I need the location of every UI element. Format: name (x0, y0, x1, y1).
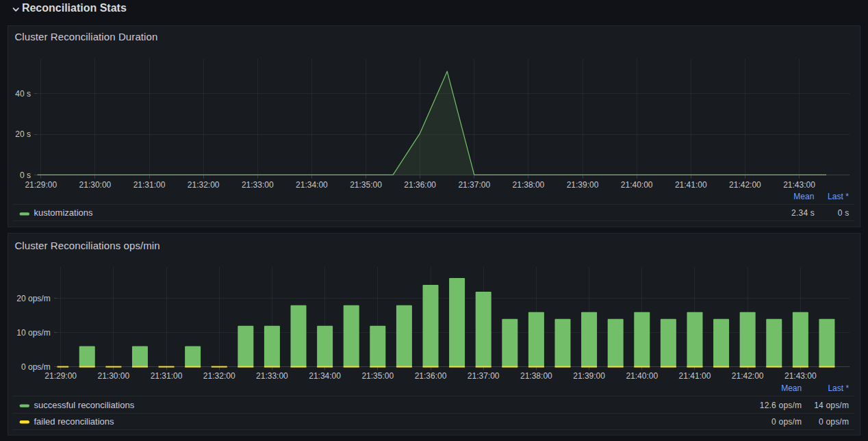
svg-text:21:34:00: 21:34:00 (296, 180, 328, 190)
svg-text:21:30:00: 21:30:00 (79, 180, 112, 190)
svg-text:20 s: 20 s (15, 129, 31, 139)
svg-text:kustomizations: kustomizations (34, 207, 93, 218)
svg-text:failed reconciliations: failed reconciliations (34, 416, 115, 427)
svg-text:21:31:00: 21:31:00 (133, 180, 166, 190)
svg-text:21:42:00: 21:42:00 (729, 180, 761, 190)
svg-text:0 ops/m: 0 ops/m (21, 362, 51, 372)
svg-text:20 ops/m: 20 ops/m (16, 294, 50, 303)
svg-text:Reconciliation Stats: Reconciliation Stats (22, 2, 127, 14)
svg-text:12.6 ops/m: 12.6 ops/m (760, 401, 802, 410)
svg-text:0 ops/m: 0 ops/m (819, 417, 849, 427)
svg-text:Last *: Last * (828, 192, 849, 201)
svg-text:21:37:00: 21:37:00 (458, 180, 490, 190)
svg-text:21:40:00: 21:40:00 (621, 180, 653, 190)
svg-text:21:35:00: 21:35:00 (361, 371, 394, 381)
svg-text:21:43:00: 21:43:00 (784, 371, 817, 381)
svg-text:14 ops/m: 14 ops/m (814, 401, 849, 410)
svg-text:21:35:00: 21:35:00 (350, 180, 382, 190)
svg-text:21:39:00: 21:39:00 (573, 371, 605, 381)
svg-text:0 ops/m: 0 ops/m (771, 417, 802, 427)
svg-text:21:42:00: 21:42:00 (732, 371, 764, 381)
svg-text:21:40:00: 21:40:00 (626, 371, 658, 381)
svg-text:0 s: 0 s (838, 208, 850, 218)
svg-text:Last *: Last * (828, 383, 849, 393)
svg-text:2.34 s: 2.34 s (791, 208, 815, 218)
svg-text:21:34:00: 21:34:00 (309, 371, 341, 381)
svg-text:21:39:00: 21:39:00 (567, 180, 599, 190)
svg-text:Mean: Mean (793, 192, 814, 201)
svg-text:21:33:00: 21:33:00 (242, 180, 274, 190)
svg-text:21:38:00: 21:38:00 (513, 180, 545, 190)
svg-text:21:36:00: 21:36:00 (404, 180, 436, 190)
svg-text:21:29:00: 21:29:00 (44, 371, 77, 381)
svg-text:21:36:00: 21:36:00 (415, 371, 447, 381)
svg-text:Cluster Reconciliation Duratio: Cluster Reconciliation Duration (14, 31, 157, 42)
svg-text:Mean: Mean (781, 383, 802, 393)
svg-text:21:29:00: 21:29:00 (25, 180, 57, 190)
svg-text:Cluster Reconciliations ops/mi: Cluster Reconciliations ops/min (14, 240, 159, 251)
svg-text:10 ops/m: 10 ops/m (16, 328, 50, 338)
svg-text:21:43:00: 21:43:00 (783, 180, 815, 190)
svg-text:21:31:00: 21:31:00 (151, 371, 183, 381)
svg-text:21:38:00: 21:38:00 (520, 371, 552, 381)
svg-text:21:32:00: 21:32:00 (203, 371, 235, 381)
svg-text:21:33:00: 21:33:00 (256, 371, 288, 381)
svg-text:successful reconciliations: successful reconciliations (34, 400, 135, 410)
svg-text:21:30:00: 21:30:00 (97, 371, 129, 381)
svg-text:40 s: 40 s (15, 89, 31, 99)
svg-text:0 s: 0 s (20, 171, 31, 180)
svg-text:21:37:00: 21:37:00 (468, 371, 500, 381)
svg-text:21:32:00: 21:32:00 (188, 180, 220, 190)
svg-text:21:41:00: 21:41:00 (675, 180, 707, 190)
svg-text:21:41:00: 21:41:00 (679, 371, 711, 381)
